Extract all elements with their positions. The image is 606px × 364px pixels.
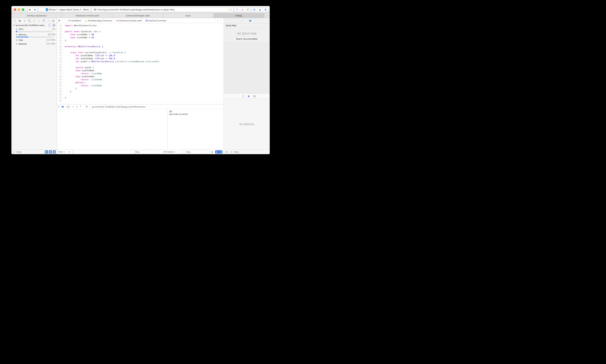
info-icon[interactable]: ⓘ <box>71 150 74 153</box>
assistant-editor-button[interactable]: ◎ <box>240 7 245 12</box>
variables-filter-input[interactable] <box>131 150 159 154</box>
gauge-row-cpu[interactable]: ◈CPU0% <box>12 27 57 31</box>
tab[interactable]: issue <box>163 13 214 18</box>
process-name: jp.snowrobin.TestWatch.watchkit... <box>16 24 47 26</box>
inspector-selector: ▫ ◉ <box>224 18 270 23</box>
next-issue-button[interactable]: 〉 <box>220 19 222 22</box>
step-over-button[interactable]: ⤻ <box>72 105 74 108</box>
toggle-debug-button[interactable]: ⬓ <box>257 7 263 12</box>
back-button[interactable]: 〈 <box>61 19 63 22</box>
console-output[interactable]: 38 watchActivated <box>168 109 224 149</box>
debug-navigator-icon[interactable]: ☰ <box>42 19 45 22</box>
search-navigator-icon[interactable]: 🔍 <box>28 19 31 22</box>
media-library-icon[interactable]: ▦ <box>253 95 256 98</box>
gauge-value: Zero KB/s <box>46 39 55 41</box>
breakpoints-toggle[interactable]: ▮▶ <box>62 105 64 108</box>
scheme-selector[interactable]: ⌄ 〉 iPhone 7 + Apple Watch Series 2 - 38… <box>39 7 91 12</box>
jumpbar-warning-icon[interactable]: ⚠ <box>217 19 219 22</box>
tab[interactable]: InterfaceController.swift <box>62 13 112 18</box>
console-filter-input[interactable] <box>182 150 210 154</box>
gauge-name: Disk <box>19 39 45 41</box>
library-filter-bar: ⊞ ⊙ <box>224 149 270 154</box>
editor-area: ⊞ 〈 〉 | ▤TestWatch 〉 ▬TestWatchApp Exten… <box>57 18 224 154</box>
step-into-button[interactable]: ⤓ <box>76 105 78 108</box>
navigator-panel: ▢ ▣ ⧆ 🔍 ⚠ ◇ ☰ ▭ ▤ ▼ jp.snowrobin.TestWat… <box>12 18 57 154</box>
object-library-icon[interactable]: ◉ <box>248 95 250 98</box>
device-icon <box>46 8 48 11</box>
filter-icon[interactable]: ⊙ <box>13 150 16 154</box>
filter-toggle-1[interactable]: ◧ <box>45 150 48 154</box>
toggle-inspector-button[interactable]: ◨ <box>263 7 268 12</box>
file-template-library-icon[interactable]: ▫ <box>238 95 239 98</box>
status-warning: ⚠ 2 <box>228 8 231 11</box>
step-out-button[interactable]: ⤒ <box>80 105 81 108</box>
xcode-window: ▶ ■ ⌄ 〉 iPhone 7 + Apple Watch Series 2 … <box>12 6 270 154</box>
code-body[interactable]: import WatchConnectivity public enum Cas… <box>63 23 224 104</box>
code-snippet-library-icon[interactable]: {} <box>242 95 244 98</box>
symbol-navigator-icon[interactable]: ▣ <box>18 19 22 22</box>
quicklook-icon[interactable]: 👁 <box>68 151 70 153</box>
filter-toggle-3[interactable]: ▦ <box>53 150 56 154</box>
tab[interactable]: Debug <box>214 13 264 18</box>
warning-icon: ⚠ <box>228 8 229 11</box>
pid-icon[interactable]: ⋯ <box>53 24 55 27</box>
jumpbar-group[interactable]: ▬TestWatchApp Extension <box>85 19 112 22</box>
jumpbar-project[interactable]: ▤TestWatch <box>68 19 81 22</box>
gauge-row-memory[interactable]: ◈Memory36.5 MB <box>12 33 57 37</box>
activity-status[interactable]: 2 Running jp.snowrobin.TestWatch.watchki… <box>92 7 233 12</box>
variables-view[interactable] <box>57 109 168 149</box>
debug-view-hierarchy-button[interactable]: ⧉ <box>86 105 88 108</box>
report-navigator-icon[interactable]: ▤ <box>52 19 55 22</box>
library-view-icon[interactable]: ⊞ <box>225 150 228 154</box>
tab[interactable]: Interface.storyboard <box>12 13 62 18</box>
project-navigator-icon[interactable]: ▢ <box>13 19 17 22</box>
toggle-navigator-button[interactable]: ◧ <box>252 7 257 12</box>
code-editor[interactable]: 1112131415161718192021222324252627282930… <box>57 23 224 104</box>
zoom-window-button[interactable] <box>22 8 24 11</box>
find-navigator-icon[interactable]: ⧆ <box>23 19 27 22</box>
pause-button[interactable]: ❙❙ <box>66 105 70 108</box>
minimize-window-button[interactable] <box>18 8 20 11</box>
stop-button[interactable]: ■ <box>32 7 38 12</box>
run-stop-group: ▶ ■ <box>27 7 38 12</box>
run-button[interactable]: ▶ <box>27 7 32 12</box>
search-documentation-button[interactable]: Search Documentation <box>233 37 260 41</box>
test-navigator-icon[interactable]: ◇ <box>37 19 41 22</box>
navigator-filter-input[interactable] <box>16 151 44 153</box>
quick-help-inspector-icon[interactable]: ◉ <box>249 19 251 22</box>
debug-process-label[interactable]: jp.snowrobin.TestWatch.watchkitapp.watch… <box>92 105 146 108</box>
gauge-row-network[interactable]: ◈NetworkZero KB/s <box>12 42 57 46</box>
filter-toggle-2[interactable]: ▦ <box>49 150 52 154</box>
debug-process-row[interactable]: ▼ jp.snowrobin.TestWatch.watchkit... ⋯ <box>12 23 57 27</box>
hide-debug-button[interactable]: ▾ <box>58 105 59 108</box>
related-items-icon[interactable]: ⊞ <box>58 19 60 22</box>
library-filter-icon[interactable]: ⊙ <box>229 150 233 154</box>
traffic-lights <box>14 8 24 11</box>
jumpbar-file[interactable]: ▤InterfaceController.swift <box>116 19 142 22</box>
new-tab-button[interactable]: + <box>264 13 270 18</box>
variables-scope-selector[interactable]: Auto ◇ <box>58 151 65 153</box>
close-window-button[interactable] <box>14 8 16 11</box>
file-inspector-icon[interactable]: ▫ <box>242 19 243 22</box>
gauge-name: CPU <box>19 28 51 30</box>
tab[interactable]: ExtensionDelegate.swift <box>112 13 163 18</box>
gauge-row-disk[interactable]: ◈DiskZero KB/s <box>12 38 57 42</box>
debug-bottom-bar: Auto ◇ | 👁 ⓘ ⊙ All Output ◇ ⊙ <box>57 149 224 154</box>
issue-navigator-icon[interactable]: ⚠ <box>32 19 36 22</box>
forward-button[interactable]: 〉 <box>64 19 66 22</box>
debug-toolbar: ▾ ▮▶ ❙❙ ⤻ ⤓ ⤒ | ⧉ | jp.snowrobin.TestWat… <box>57 104 224 109</box>
library-filter-input[interactable] <box>234 151 269 153</box>
version-editor-button[interactable]: ⇄ <box>245 7 251 12</box>
clear-console-button[interactable]: 🗑 <box>211 151 213 153</box>
prev-issue-button[interactable]: 〈 <box>214 19 216 22</box>
jumpbar-symbol[interactable]: CInterfaceController <box>146 19 166 22</box>
chevron-down-icon: ⌄ <box>40 8 42 11</box>
breakpoint-navigator-icon[interactable]: ▭ <box>47 19 50 22</box>
show-console-toggle[interactable]: ◨ <box>219 150 222 154</box>
disclosure-triangle-icon[interactable]: ▼ <box>13 24 15 26</box>
library-selector: ▫ {} ◉ ▦ <box>224 93 270 99</box>
standard-editor-button[interactable]: ☰ <box>234 7 240 12</box>
show-variables-toggle[interactable]: ◧ <box>215 150 219 154</box>
cpu-icon: ◈ <box>16 28 17 30</box>
console-scope-selector[interactable]: All Output ◇ <box>163 151 175 153</box>
